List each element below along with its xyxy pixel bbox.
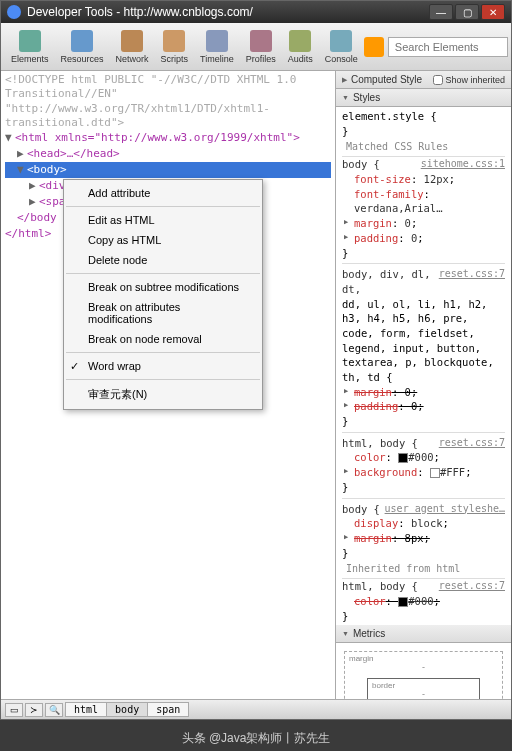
css-property[interactable]: color: #000;	[342, 594, 505, 609]
titlebar-text: Developer Tools - http://www.cnblogs.com…	[27, 5, 429, 19]
stylesheet-link[interactable]: reset.css:7	[439, 267, 505, 296]
stylesheet-link[interactable]: reset.css:7	[439, 436, 505, 451]
color-swatch[interactable]	[398, 597, 408, 607]
matched-rules-label: Matched CSS Rules	[342, 138, 505, 157]
css-property[interactable]: background: #FFF;	[342, 465, 505, 480]
rule-selector[interactable]: body {	[342, 502, 380, 517]
close-button[interactable]: ✕	[481, 4, 505, 20]
breadcrumb[interactable]: span	[147, 702, 189, 717]
styles-pane: Computed StyleShow inherited Styles elem…	[336, 71, 511, 699]
color-swatch[interactable]	[430, 468, 440, 478]
rule-selector[interactable]: html, body {	[342, 579, 418, 594]
statusbar: ▭ ≻ 🔍 html body span	[1, 699, 511, 719]
css-property[interactable]: padding: 0;	[342, 231, 505, 246]
search-toggle[interactable]: 🔍	[45, 703, 63, 717]
ctx-add-attribute[interactable]: Add attribute	[64, 183, 262, 203]
css-property[interactable]: padding: 0;	[342, 399, 505, 414]
search-input[interactable]	[388, 37, 508, 57]
css-property[interactable]: margin: 0;	[342, 385, 505, 400]
tab-scripts[interactable]: Scripts	[155, 28, 195, 66]
app-icon	[7, 5, 21, 19]
elements-tree[interactable]: <!DOCTYPE html PUBLIC "-//W3C//DTD XHTML…	[1, 71, 336, 699]
search-box	[364, 37, 508, 57]
console-icon	[330, 30, 352, 52]
context-menu: Add attribute Edit as HTML Copy as HTML …	[63, 179, 263, 410]
main-area: <!DOCTYPE html PUBLIC "-//W3C//DTD XHTML…	[1, 71, 511, 699]
rule-selector[interactable]: body {	[342, 157, 380, 172]
css-property[interactable]: display: block;	[342, 516, 505, 531]
ctx-edit-html[interactable]: Edit as HTML	[64, 210, 262, 230]
ctx-word-wrap[interactable]: ✓Word wrap	[64, 356, 262, 376]
breadcrumb[interactable]: html	[65, 702, 107, 717]
devtools-window: Developer Tools - http://www.cnblogs.com…	[0, 0, 512, 720]
body-tag-selected[interactable]: ▼<body>	[5, 162, 331, 178]
ctx-inspect-element[interactable]: 审查元素(N)	[64, 383, 262, 406]
tab-console[interactable]: Console	[319, 28, 364, 66]
ctx-break-removal[interactable]: Break on node removal	[64, 329, 262, 349]
minimize-button[interactable]: —	[429, 4, 453, 20]
ua-stylesheet-label: user agent styleshe…	[385, 502, 505, 517]
show-inherited-checkbox[interactable]	[433, 75, 443, 85]
rule-selector[interactable]: body, div, dl, dt,	[342, 267, 439, 296]
css-property[interactable]: margin: 8px;	[342, 531, 505, 546]
audits-icon	[289, 30, 311, 52]
ctx-break-attributes[interactable]: Break on attributes modifications	[64, 297, 262, 329]
ctx-copy-html[interactable]: Copy as HTML	[64, 230, 262, 250]
computed-style-header[interactable]: Computed StyleShow inherited	[336, 71, 511, 89]
css-property[interactable]: font-family: verdana,Arial…	[342, 187, 505, 216]
tab-network[interactable]: Network	[110, 28, 155, 66]
styles-header[interactable]: Styles	[336, 89, 511, 107]
watermark: 头条 @Java架构师丨苏先生	[0, 730, 512, 747]
magnifier-icon	[19, 30, 41, 52]
inherited-label: Inherited from html	[342, 560, 505, 579]
stylesheet-link[interactable]: reset.css:7	[439, 579, 505, 594]
search-icon[interactable]	[364, 37, 384, 57]
tab-audits[interactable]: Audits	[282, 28, 319, 66]
tab-timeline[interactable]: Timeline	[194, 28, 240, 66]
profiles-icon	[250, 30, 272, 52]
window-controls: — ▢ ✕	[429, 4, 505, 20]
titlebar[interactable]: Developer Tools - http://www.cnblogs.com…	[1, 1, 511, 23]
doctype: <!DOCTYPE html PUBLIC "-//W3C//DTD XHTML…	[5, 73, 331, 130]
tab-profiles[interactable]: Profiles	[240, 28, 282, 66]
tab-resources[interactable]: Resources	[55, 28, 110, 66]
maximize-button[interactable]: ▢	[455, 4, 479, 20]
breadcrumb[interactable]: body	[106, 702, 148, 717]
scripts-icon	[163, 30, 185, 52]
ctx-break-subtree[interactable]: Break on subtree modifications	[64, 277, 262, 297]
head-tag[interactable]: ▶<head>…</head>	[5, 146, 331, 162]
element-style-rule[interactable]: element.style {	[342, 109, 505, 124]
tab-elements[interactable]: Elements	[5, 28, 55, 66]
stylesheet-link[interactable]: sitehome.css:1	[421, 157, 505, 172]
rule-selector[interactable]: dd, ul, ol, li, h1, h2, h3, h4, h5, h6, …	[342, 297, 505, 385]
check-icon: ✓	[70, 360, 79, 373]
css-property[interactable]: margin: 0;	[342, 216, 505, 231]
dock-button[interactable]: ▭	[5, 703, 23, 717]
ctx-delete-node[interactable]: Delete node	[64, 250, 262, 270]
rule-selector[interactable]: html, body {	[342, 436, 418, 451]
timeline-icon	[206, 30, 228, 52]
color-swatch[interactable]	[398, 453, 408, 463]
metrics-header[interactable]: Metrics	[336, 625, 511, 643]
box-model[interactable]: margin- border- padding- 648 × 13981 - -…	[336, 643, 511, 699]
network-icon	[121, 30, 143, 52]
html-tag[interactable]: ▼<html xmlns="http://www.w3.org/1999/xht…	[5, 130, 331, 146]
css-property[interactable]: color: #000;	[342, 450, 505, 465]
css-property[interactable]: font-size: 12px;	[342, 172, 505, 187]
console-toggle[interactable]: ≻	[25, 703, 43, 717]
toolbar: Elements Resources Network Scripts Timel…	[1, 23, 511, 71]
resources-icon	[71, 30, 93, 52]
